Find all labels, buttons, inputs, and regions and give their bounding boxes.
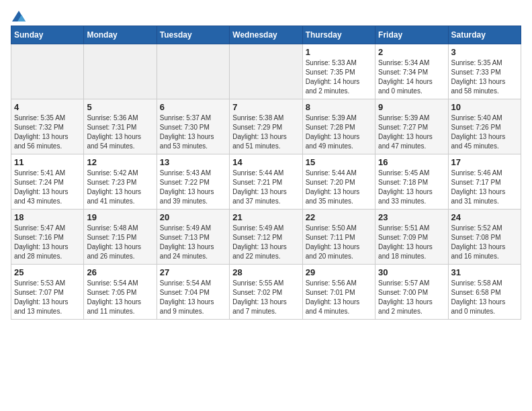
logo [11, 11, 27, 19]
calendar-cell: 5Sunrise: 5:36 AM Sunset: 7:31 PM Daylig… [84, 99, 157, 154]
day-number: 20 [160, 212, 226, 222]
day-info: Sunrise: 5:36 AM Sunset: 7:31 PM Dayligh… [87, 113, 153, 151]
day-info: Sunrise: 5:39 AM Sunset: 7:27 PM Dayligh… [378, 113, 445, 151]
day-info: Sunrise: 5:37 AM Sunset: 7:30 PM Dayligh… [160, 113, 226, 151]
calendar-cell: 3Sunrise: 5:35 AM Sunset: 7:33 PM Daylig… [448, 44, 521, 99]
day-number: 4 [14, 102, 81, 112]
day-number: 21 [232, 212, 299, 222]
day-number: 14 [232, 157, 299, 167]
day-number: 27 [160, 267, 226, 277]
day-info: Sunrise: 5:54 AM Sunset: 7:04 PM Dayligh… [160, 279, 226, 316]
day-info: Sunrise: 5:52 AM Sunset: 7:08 PM Dayligh… [451, 224, 518, 261]
day-info: Sunrise: 5:43 AM Sunset: 7:22 PM Dayligh… [160, 169, 226, 206]
calendar-cell: 19Sunrise: 5:48 AM Sunset: 7:15 PM Dayli… [84, 210, 157, 265]
day-info: Sunrise: 5:58 AM Sunset: 6:58 PM Dayligh… [451, 279, 518, 316]
calendar-cell: 26Sunrise: 5:54 AM Sunset: 7:05 PM Dayli… [84, 265, 157, 320]
weekday-header: Thursday [302, 26, 375, 44]
calendar-cell: 2Sunrise: 5:34 AM Sunset: 7:34 PM Daylig… [375, 44, 448, 99]
day-info: Sunrise: 5:35 AM Sunset: 7:32 PM Dayligh… [14, 113, 81, 151]
day-number: 12 [87, 157, 153, 167]
day-number: 16 [378, 157, 445, 167]
day-number: 29 [306, 267, 372, 277]
day-info: Sunrise: 5:42 AM Sunset: 7:23 PM Dayligh… [87, 169, 153, 206]
day-number: 26 [87, 267, 153, 277]
calendar-cell: 17Sunrise: 5:46 AM Sunset: 7:17 PM Dayli… [448, 154, 521, 210]
calendar-cell: 1Sunrise: 5:33 AM Sunset: 7:35 PM Daylig… [302, 44, 375, 99]
day-number: 31 [451, 267, 518, 277]
calendar-cell: 9Sunrise: 5:39 AM Sunset: 7:27 PM Daylig… [375, 99, 448, 154]
day-number: 19 [87, 212, 153, 222]
weekday-header: Friday [375, 26, 448, 44]
calendar-cell: 29Sunrise: 5:56 AM Sunset: 7:01 PM Dayli… [302, 265, 375, 320]
calendar-cell: 23Sunrise: 5:51 AM Sunset: 7:09 PM Dayli… [375, 210, 448, 265]
day-number: 23 [378, 212, 445, 222]
logo-icon [12, 11, 26, 21]
calendar-week-row: 11Sunrise: 5:41 AM Sunset: 7:24 PM Dayli… [11, 154, 521, 210]
calendar-cell [84, 44, 157, 99]
calendar-cell: 28Sunrise: 5:55 AM Sunset: 7:02 PM Dayli… [230, 265, 302, 320]
calendar-cell: 13Sunrise: 5:43 AM Sunset: 7:22 PM Dayli… [157, 154, 229, 210]
calendar-cell: 22Sunrise: 5:50 AM Sunset: 7:11 PM Dayli… [302, 210, 375, 265]
calendar-cell: 8Sunrise: 5:39 AM Sunset: 7:28 PM Daylig… [302, 99, 375, 154]
calendar-cell [11, 44, 84, 99]
day-info: Sunrise: 5:46 AM Sunset: 7:17 PM Dayligh… [451, 169, 518, 206]
day-number: 15 [306, 157, 372, 167]
calendar-week-row: 1Sunrise: 5:33 AM Sunset: 7:35 PM Daylig… [11, 44, 521, 99]
calendar-week-row: 18Sunrise: 5:47 AM Sunset: 7:16 PM Dayli… [11, 210, 521, 265]
calendar-cell: 21Sunrise: 5:49 AM Sunset: 7:12 PM Dayli… [230, 210, 302, 265]
day-info: Sunrise: 5:47 AM Sunset: 7:16 PM Dayligh… [14, 224, 81, 261]
day-info: Sunrise: 5:41 AM Sunset: 7:24 PM Dayligh… [14, 169, 81, 206]
day-info: Sunrise: 5:49 AM Sunset: 7:13 PM Dayligh… [160, 224, 226, 261]
calendar-cell [230, 44, 302, 99]
day-number: 10 [451, 102, 518, 112]
day-number: 24 [451, 212, 518, 222]
day-info: Sunrise: 5:49 AM Sunset: 7:12 PM Dayligh… [232, 224, 299, 261]
calendar-cell: 15Sunrise: 5:44 AM Sunset: 7:20 PM Dayli… [302, 154, 375, 210]
calendar-cell: 31Sunrise: 5:58 AM Sunset: 6:58 PM Dayli… [448, 265, 521, 320]
day-number: 3 [451, 47, 518, 57]
day-number: 17 [451, 157, 518, 167]
calendar-week-row: 25Sunrise: 5:53 AM Sunset: 7:07 PM Dayli… [11, 265, 521, 320]
day-info: Sunrise: 5:38 AM Sunset: 7:29 PM Dayligh… [232, 113, 299, 151]
day-number: 9 [378, 102, 445, 112]
page-header [11, 11, 521, 19]
calendar-cell: 12Sunrise: 5:42 AM Sunset: 7:23 PM Dayli… [84, 154, 157, 210]
calendar-cell: 16Sunrise: 5:45 AM Sunset: 7:18 PM Dayli… [375, 154, 448, 210]
day-number: 1 [306, 47, 372, 57]
calendar-cell: 6Sunrise: 5:37 AM Sunset: 7:30 PM Daylig… [157, 99, 229, 154]
calendar-table: SundayMondayTuesdayWednesdayThursdayFrid… [11, 26, 521, 320]
day-info: Sunrise: 5:56 AM Sunset: 7:01 PM Dayligh… [306, 279, 372, 316]
calendar-cell: 10Sunrise: 5:40 AM Sunset: 7:26 PM Dayli… [448, 99, 521, 154]
day-number: 22 [306, 212, 372, 222]
day-number: 2 [378, 47, 445, 57]
day-info: Sunrise: 5:39 AM Sunset: 7:28 PM Dayligh… [306, 113, 372, 151]
day-info: Sunrise: 5:33 AM Sunset: 7:35 PM Dayligh… [306, 58, 372, 96]
day-info: Sunrise: 5:57 AM Sunset: 7:00 PM Dayligh… [378, 279, 445, 316]
day-info: Sunrise: 5:50 AM Sunset: 7:11 PM Dayligh… [306, 224, 372, 261]
day-info: Sunrise: 5:44 AM Sunset: 7:21 PM Dayligh… [232, 169, 299, 206]
calendar-cell: 7Sunrise: 5:38 AM Sunset: 7:29 PM Daylig… [230, 99, 302, 154]
day-info: Sunrise: 5:40 AM Sunset: 7:26 PM Dayligh… [451, 113, 518, 151]
weekday-header: Wednesday [230, 26, 302, 44]
calendar-cell: 11Sunrise: 5:41 AM Sunset: 7:24 PM Dayli… [11, 154, 84, 210]
calendar-week-row: 4Sunrise: 5:35 AM Sunset: 7:32 PM Daylig… [11, 99, 521, 154]
day-number: 13 [160, 157, 226, 167]
day-number: 18 [14, 212, 81, 222]
day-info: Sunrise: 5:35 AM Sunset: 7:33 PM Dayligh… [451, 58, 518, 96]
day-number: 6 [160, 102, 226, 112]
calendar-cell: 4Sunrise: 5:35 AM Sunset: 7:32 PM Daylig… [11, 99, 84, 154]
day-info: Sunrise: 5:44 AM Sunset: 7:20 PM Dayligh… [306, 169, 372, 206]
calendar-cell: 27Sunrise: 5:54 AM Sunset: 7:04 PM Dayli… [157, 265, 229, 320]
day-info: Sunrise: 5:54 AM Sunset: 7:05 PM Dayligh… [87, 279, 153, 316]
day-info: Sunrise: 5:45 AM Sunset: 7:18 PM Dayligh… [378, 169, 445, 206]
calendar-cell: 20Sunrise: 5:49 AM Sunset: 7:13 PM Dayli… [157, 210, 229, 265]
day-info: Sunrise: 5:48 AM Sunset: 7:15 PM Dayligh… [87, 224, 153, 261]
calendar-cell: 14Sunrise: 5:44 AM Sunset: 7:21 PM Dayli… [230, 154, 302, 210]
day-number: 11 [14, 157, 81, 167]
weekday-header: Saturday [448, 26, 521, 44]
weekday-header: Monday [84, 26, 157, 44]
day-number: 8 [306, 102, 372, 112]
calendar-cell [157, 44, 229, 99]
day-info: Sunrise: 5:53 AM Sunset: 7:07 PM Dayligh… [14, 279, 81, 316]
calendar-cell: 18Sunrise: 5:47 AM Sunset: 7:16 PM Dayli… [11, 210, 84, 265]
